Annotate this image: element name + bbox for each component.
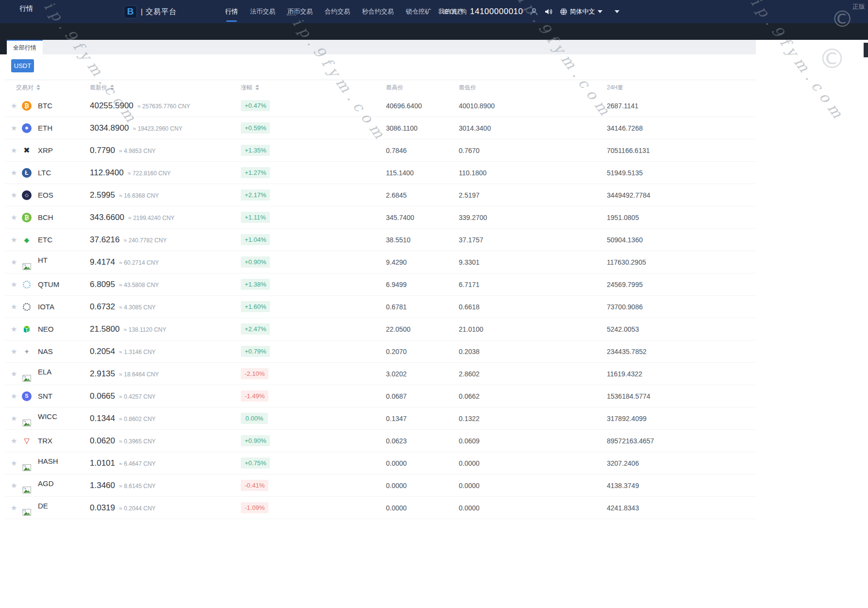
- table-row[interactable]: ★ DE 0.0319 ≈ 0.2044 CNY -1.09% 0.0000 0…: [5, 497, 756, 519]
- table-row[interactable]: ★ ▽ TRX 0.0620 ≈ 0.3965 CNY +0.90% 0.062…: [5, 430, 756, 452]
- nav-item-second-contract[interactable]: 秒合约交易: [362, 0, 394, 23]
- change-badge: +1.60%: [241, 301, 270, 312]
- change-cell: -1.09%: [236, 502, 381, 513]
- header-last-price[interactable]: 最新价: [85, 84, 236, 92]
- coin-icon: [21, 464, 32, 472]
- last-price: 1.0101: [90, 458, 115, 468]
- nav-item-contract-trade[interactable]: 合约交易: [325, 0, 350, 23]
- favorite-star-icon[interactable]: ★: [11, 370, 19, 377]
- table-row[interactable]: ★ ◆ ETC 37.6216 ≈ 240.7782 CNY +1.04% 38…: [5, 229, 756, 251]
- low-price: 3014.3400: [454, 124, 602, 132]
- tab-all-markets[interactable]: 全部行情: [7, 40, 43, 54]
- approx-price: ≈ 8.6145 CNY: [117, 483, 156, 490]
- logo-icon: B: [124, 5, 137, 18]
- favorite-star-icon[interactable]: ★: [11, 147, 19, 154]
- favorite-star-icon[interactable]: ★: [11, 415, 19, 422]
- high-price: 0.0000: [381, 459, 454, 467]
- header-high: 最高价: [381, 84, 454, 92]
- last-price-cell: 37.6216 ≈ 240.7782 CNY: [85, 235, 236, 245]
- table-row[interactable]: ★ ₿ BTC 40255.5900 ≈ 257635.7760 CNY +0.…: [5, 95, 756, 117]
- table-row[interactable]: ★ ✖ XRP 0.7790 ≈ 4.9853 CNY +1.35% 0.784…: [5, 139, 756, 162]
- table-row[interactable]: ★ HASH 1.0101 ≈ 6.4647 CNY +0.75% 0.0000…: [5, 452, 756, 474]
- favorite-star-icon[interactable]: ★: [11, 348, 19, 355]
- change-cell: 0.00%: [236, 413, 381, 424]
- pair-symbol: ELA: [38, 368, 51, 376]
- favorite-star-icon[interactable]: ★: [11, 191, 19, 199]
- assets-label[interactable]: 我的资产: [438, 7, 464, 16]
- nav-item-fiat-trade[interactable]: 法币交易: [250, 0, 275, 23]
- table-row[interactable]: ★ AGD 1.3460 ≈ 8.6145 CNY -0.41% 0.0000 …: [5, 474, 756, 497]
- low-price: 40010.8900: [454, 102, 602, 110]
- table-row[interactable]: ★ ELA 2.9135 ≈ 18.6464 CNY -2.10% 3.0202…: [5, 363, 756, 385]
- speaker-icon[interactable]: [545, 8, 553, 16]
- favorite-star-icon[interactable]: ★: [11, 102, 19, 109]
- favorite-star-icon[interactable]: ★: [11, 258, 19, 266]
- header-change[interactable]: 涨幅: [236, 84, 381, 92]
- favorite-star-icon[interactable]: ★: [11, 214, 19, 221]
- approx-price: ≈ 43.5808 CNY: [117, 282, 159, 288]
- nav-item-lockup-mining[interactable]: 锁仓挖矿: [406, 0, 431, 23]
- high-price: 9.4290: [381, 258, 454, 266]
- pair-symbol: ETC: [38, 236, 52, 244]
- table-row[interactable]: ★ NEO 21.5800 ≈ 138.1120 CNY +2.47% 22.0…: [5, 318, 756, 340]
- approx-price: ≈ 4.3085 CNY: [117, 304, 156, 311]
- table-row[interactable]: ★ WICC 0.1344 ≈ 0.8602 CNY 0.00% 0.1347 …: [5, 407, 756, 430]
- usdt-filter-button[interactable]: USDT: [11, 59, 34, 72]
- favorite-star-icon[interactable]: ★: [11, 303, 19, 310]
- edge-widget[interactable]: [864, 43, 868, 57]
- favorite-star-icon[interactable]: ★: [11, 124, 19, 132]
- table-row[interactable]: ★ ✦ NAS 0.2054 ≈ 1.3146 CNY +0.79% 0.207…: [5, 340, 756, 363]
- nav-item-spot-trade[interactable]: 币币交易: [287, 0, 313, 23]
- topbar-right-group: 我的资产 14100000010 简体中文: [438, 0, 619, 23]
- favorite-star-icon[interactable]: ★: [11, 169, 19, 176]
- last-price-cell: 6.8095 ≈ 43.5808 CNY: [85, 280, 236, 289]
- language-selector[interactable]: 简体中文: [560, 7, 602, 16]
- table-row[interactable]: ★ ₿ BCH 343.6600 ≈ 2199.4240 CNY +1.11% …: [5, 206, 756, 229]
- pair-cell: ★ WICC: [5, 414, 85, 422]
- favorite-star-icon[interactable]: ★: [11, 281, 19, 288]
- pair-symbol: XRP: [38, 146, 53, 154]
- low-price: 0.0000: [454, 482, 602, 490]
- favorite-star-icon[interactable]: ★: [11, 459, 19, 467]
- table-row[interactable]: ★ Ł LTC 112.9400 ≈ 722.8160 CNY +1.27% 1…: [5, 162, 756, 184]
- nav-item-market[interactable]: 行情: [225, 0, 238, 23]
- approx-price: ≈ 1.3146 CNY: [117, 349, 156, 355]
- change-cell: +1.27%: [236, 167, 381, 178]
- favorite-star-icon[interactable]: ★: [11, 325, 19, 333]
- change-badge: +0.79%: [241, 346, 270, 357]
- favorite-star-icon[interactable]: ★: [11, 437, 19, 444]
- volume-24h: 50904.1360: [602, 236, 756, 244]
- change-cell: -2.10%: [236, 368, 381, 379]
- tab-strip: [43, 40, 756, 54]
- table-row[interactable]: ★ ◇ EOS 2.5995 ≈ 16.6368 CNY +2.17% 2.68…: [5, 184, 756, 206]
- high-price: 3086.1100: [381, 124, 454, 132]
- change-cell: +0.47%: [236, 100, 381, 111]
- low-price: 0.2038: [454, 348, 602, 355]
- coin-icon: [21, 263, 32, 270]
- coin-icon: ◆: [21, 123, 32, 133]
- volume-24h: 5242.0053: [602, 325, 756, 333]
- low-price: 9.3301: [454, 258, 602, 266]
- favorite-star-icon[interactable]: ★: [11, 236, 19, 243]
- header-pair[interactable]: 交易对: [5, 84, 85, 92]
- volume-24h: 11619.4322: [602, 370, 756, 378]
- sort-icon: [110, 84, 114, 90]
- table-row[interactable]: ★ QTUM 6.8095 ≈ 43.5808 CNY +1.38% 6.949…: [5, 273, 756, 296]
- change-badge: +0.47%: [241, 100, 270, 111]
- chevron-down-icon[interactable]: [615, 10, 619, 13]
- table-row[interactable]: ★ IOTA 0.6732 ≈ 4.3085 CNY +1.60% 0.6781…: [5, 296, 756, 318]
- change-cell: -0.41%: [236, 480, 381, 491]
- logo[interactable]: B | 交易平台: [124, 0, 177, 23]
- table-row[interactable]: ★ S SNT 0.0665 ≈ 0.4257 CNY -1.49% 0.068…: [5, 385, 756, 407]
- table-row[interactable]: ★ ◆ ETH 3034.8900 ≈ 19423.2960 CNY +0.59…: [5, 117, 756, 139]
- sort-icon: [36, 84, 40, 90]
- table-row[interactable]: ★ HT 9.4174 ≈ 60.2714 CNY +0.90% 9.4290 …: [5, 251, 756, 273]
- favorite-star-icon[interactable]: ★: [11, 482, 19, 489]
- favorite-star-icon[interactable]: ★: [11, 392, 19, 400]
- chevron-down-icon: [598, 10, 602, 13]
- user-icon[interactable]: [530, 7, 538, 16]
- coin-icon: [21, 325, 32, 334]
- high-price: 22.0500: [381, 325, 454, 333]
- pair-cell: ★ ₿ BTC: [5, 101, 85, 111]
- favorite-star-icon[interactable]: ★: [11, 504, 19, 511]
